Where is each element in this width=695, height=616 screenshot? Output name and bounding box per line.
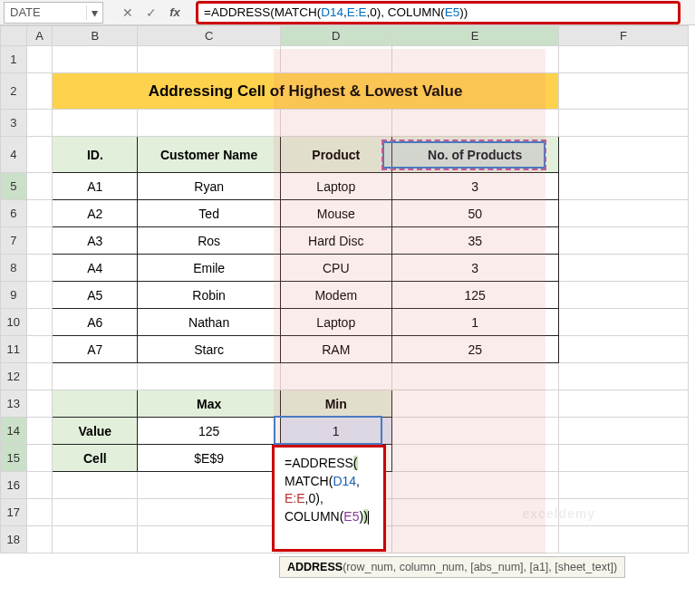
table-cell[interactable]: Ros: [138, 227, 281, 255]
row-header-9[interactable]: 9: [1, 282, 27, 309]
row-header-13[interactable]: 13: [1, 390, 27, 418]
fx-icon[interactable]: fx: [165, 5, 185, 19]
summary-corner: [53, 390, 138, 418]
formula-bar-buttons: ✕ ✓ fx: [107, 5, 196, 20]
table-cell[interactable]: A6: [53, 309, 138, 336]
select-all-cell[interactable]: [1, 26, 27, 46]
summary-max-cell[interactable]: $E$9: [138, 445, 281, 472]
table-cell[interactable]: A1: [53, 173, 138, 200]
table-cell[interactable]: A5: [53, 282, 138, 309]
table-cell[interactable]: A4: [53, 255, 138, 282]
formula-text: =ADDRESS: [285, 456, 353, 470]
table-cell[interactable]: 1: [391, 309, 558, 336]
formula-bar-row: DATE ▾ ✕ ✓ fx =ADDRESS(MATCH(D14,E:E,0),…: [0, 0, 695, 25]
table-cell[interactable]: Ryan: [138, 173, 281, 200]
row-header-12[interactable]: 12: [1, 363, 27, 390]
sheet-title: Addressing Cell of Highest & Lowest Valu…: [53, 73, 558, 110]
table-cell[interactable]: 125: [391, 282, 558, 309]
row-header-17[interactable]: 17: [1, 499, 27, 526]
formula-ref: E:E: [285, 491, 305, 505]
tooltip-fn-name: ADDRESS: [287, 561, 343, 573]
table-cell[interactable]: Starc: [138, 336, 281, 363]
name-box-dropdown-icon[interactable]: ▾: [86, 5, 102, 20]
col-header-C[interactable]: C: [138, 26, 281, 46]
formula-ref: E5: [343, 509, 359, 524]
th-product: Product: [280, 137, 391, 173]
col-header-E[interactable]: E: [391, 26, 558, 46]
table-cell[interactable]: Hard Disc: [280, 227, 391, 255]
formula-paren: (: [353, 456, 358, 470]
row-header-14[interactable]: 14: [1, 418, 27, 445]
table-cell[interactable]: 25: [391, 336, 558, 363]
table-cell[interactable]: A3: [53, 227, 138, 255]
table-cell[interactable]: 35: [391, 227, 558, 255]
table-cell[interactable]: Nathan: [138, 309, 281, 336]
row-header-16[interactable]: 16: [1, 472, 27, 499]
th-id: ID.: [53, 137, 138, 173]
row-header-11[interactable]: 11: [1, 336, 27, 363]
formula-bar[interactable]: =ADDRESS(MATCH(D14,E:E,0), COLUMN(E5)): [196, 1, 681, 24]
table-cell[interactable]: Modem: [280, 282, 391, 309]
table-cell[interactable]: Emile: [138, 255, 281, 282]
summary-cell-label: Cell: [53, 445, 138, 472]
table-cell[interactable]: Ted: [138, 200, 281, 227]
row-header-5[interactable]: 5: [1, 173, 27, 200]
cell-formula-editor[interactable]: =ADDRESS( MATCH(D14, E:E,0), COLUMN(E5)): [277, 449, 382, 531]
cancel-icon[interactable]: ✕: [118, 5, 138, 20]
table-cell[interactable]: Robin: [138, 282, 281, 309]
formula-text: MATCH(: [285, 474, 333, 488]
row-header-4[interactable]: 4: [1, 137, 27, 173]
th-customer: Customer Name: [138, 137, 281, 173]
text-cursor: [368, 511, 369, 525]
name-box-text: DATE: [5, 5, 86, 19]
worksheet[interactable]: A B C D E F 1 2 Addressing Cell of Highe…: [0, 25, 695, 553]
th-nprod: No. of Products: [391, 137, 558, 173]
column-headers: A B C D E F: [1, 26, 689, 46]
col-header-A[interactable]: A: [26, 26, 53, 46]
tooltip-args: (row_num, column_num, [abs_num], [a1], […: [343, 561, 617, 573]
confirm-icon[interactable]: ✓: [141, 5, 161, 20]
row-header-15[interactable]: 15: [1, 445, 27, 472]
row-header-10[interactable]: 10: [1, 309, 27, 336]
table-cell[interactable]: Laptop: [280, 173, 391, 200]
function-tooltip: ADDRESS(row_num, column_num, [abs_num], …: [279, 556, 625, 578]
row-header-1[interactable]: 1: [1, 46, 27, 73]
summary-max-header: Max: [138, 390, 281, 418]
row-header-8[interactable]: 8: [1, 255, 27, 282]
table-cell[interactable]: Laptop: [280, 309, 391, 336]
name-box[interactable]: DATE ▾: [4, 2, 103, 24]
row-header-7[interactable]: 7: [1, 227, 27, 255]
table-cell[interactable]: A2: [53, 200, 138, 227]
col-header-D[interactable]: D: [280, 26, 391, 46]
row-header-2[interactable]: 2: [1, 73, 27, 110]
table-cell[interactable]: 3: [391, 173, 558, 200]
col-header-B[interactable]: B: [53, 26, 138, 46]
formula-text: ,0),: [305, 491, 323, 505]
table-cell[interactable]: Mouse: [280, 200, 391, 227]
table-cell[interactable]: RAM: [280, 336, 391, 363]
formula-ref: D14: [333, 474, 356, 488]
row-header-18[interactable]: 18: [1, 526, 27, 553]
row-header-6[interactable]: 6: [1, 200, 27, 227]
summary-max-value[interactable]: 125: [138, 418, 281, 445]
formula-bar-content: =ADDRESS(MATCH(D14,E:E,0), COLUMN(E5)): [198, 5, 473, 19]
formula-text: COLUMN(: [285, 509, 343, 524]
formula-text: ,: [356, 474, 360, 488]
row-header-3[interactable]: 3: [1, 110, 27, 137]
summary-min-value[interactable]: 1: [280, 418, 391, 445]
table-cell[interactable]: 3: [391, 255, 558, 282]
table-cell[interactable]: A7: [53, 336, 138, 363]
col-header-F[interactable]: F: [558, 26, 688, 46]
table-cell[interactable]: CPU: [280, 255, 391, 282]
summary-min-header: Min: [280, 390, 391, 418]
summary-value-label: Value: [53, 418, 138, 445]
table-cell[interactable]: 50: [391, 200, 558, 227]
